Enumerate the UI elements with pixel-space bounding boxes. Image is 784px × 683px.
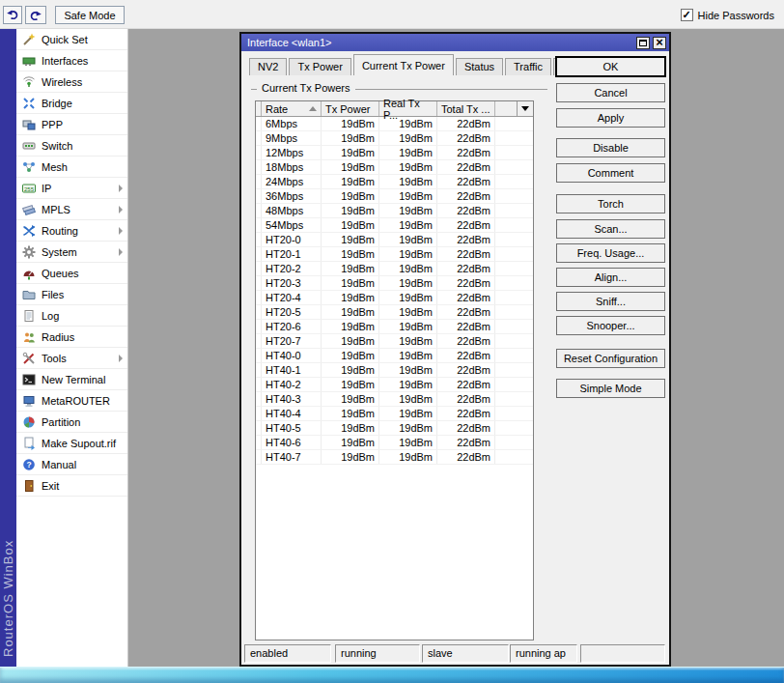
- sidebar-item-ip[interactable]: 255IP: [16, 178, 127, 199]
- cell-rate: HT20-7: [262, 334, 322, 348]
- column-header-total-tx[interactable]: Total Tx ...: [437, 101, 495, 116]
- column-header-tx-power[interactable]: Tx Power: [322, 101, 379, 116]
- align-button[interactable]: Align...: [556, 268, 665, 287]
- table-row[interactable]: HT20-219dBm19dBm22dBm: [256, 262, 533, 276]
- simple-mode-button[interactable]: Simple Mode: [556, 379, 665, 398]
- cell-total-tx-power: 22dBm: [437, 160, 495, 174]
- freq-usage-button[interactable]: Freq. Usage...: [556, 243, 665, 263]
- status-segment-running-ap: running ap: [510, 644, 577, 663]
- sidebar-item-radius[interactable]: Radius: [16, 327, 127, 348]
- table-row[interactable]: HT40-619dBm19dBm22dBm: [256, 436, 533, 450]
- sidebar-item-label: Exit: [42, 480, 123, 492]
- tab-traffic[interactable]: Traffic: [505, 58, 551, 75]
- table-row[interactable]: 36Mbps19dBm19dBm22dBm: [256, 189, 533, 204]
- sidebar-item-files[interactable]: Files: [16, 284, 127, 305]
- sidebar-item-mesh[interactable]: Mesh: [16, 157, 127, 178]
- maximize-button[interactable]: [636, 37, 650, 49]
- sidebar-item-mpls[interactable]: MPLS: [16, 199, 127, 220]
- cell-tx-power: 19dBm: [322, 334, 379, 348]
- cell-total-tx-power: 22dBm: [437, 189, 495, 203]
- cancel-button[interactable]: Cancel: [556, 83, 665, 102]
- sidebar-item-exit[interactable]: Exit: [16, 475, 127, 497]
- tab-nv2[interactable]: NV2: [249, 58, 287, 75]
- table-row[interactable]: HT20-619dBm19dBm22dBm: [256, 320, 533, 334]
- table-row[interactable]: HT20-719dBm19dBm22dBm: [256, 334, 533, 349]
- table-row[interactable]: HT40-019dBm19dBm22dBm: [256, 349, 533, 363]
- scan-button[interactable]: Scan...: [556, 219, 665, 239]
- svg-text:255: 255: [24, 185, 35, 191]
- table-row[interactable]: 12Mbps19dBm19dBm22dBm: [256, 146, 533, 160]
- disable-button[interactable]: Disable: [556, 138, 665, 157]
- dialog-titlebar[interactable]: Interface <wlan1>: [241, 34, 669, 51]
- cell-real-tx-power: 19dBm: [379, 247, 437, 261]
- table-row[interactable]: HT20-319dBm19dBm22dBm: [256, 276, 533, 291]
- sidebar-item-quick-set[interactable]: Quick Set: [16, 29, 127, 50]
- svg-text:?: ?: [26, 460, 31, 470]
- sidebar-item-log[interactable]: Log: [16, 305, 127, 327]
- cell-tx-power: 19dBm: [322, 146, 379, 159]
- comment-button[interactable]: Comment: [556, 163, 665, 183]
- cell-real-tx-power: 19dBm: [379, 334, 437, 348]
- torch-button[interactable]: Torch: [556, 194, 665, 213]
- table-row[interactable]: HT40-219dBm19dBm22dBm: [256, 378, 533, 392]
- cell-total-tx-power: 22dBm: [437, 117, 495, 130]
- snooper-button[interactable]: Snooper...: [556, 316, 665, 335]
- table-row[interactable]: 24Mbps19dBm19dBm22dBm: [256, 175, 533, 189]
- sidebar-item-label: PPP: [42, 119, 123, 130]
- sidebar-item-new-terminal[interactable]: New Terminal: [16, 369, 127, 390]
- cell-real-tx-power: 19dBm: [379, 160, 437, 174]
- sidebar-item-routing[interactable]: Routing: [16, 220, 127, 242]
- undo-button[interactable]: [3, 6, 22, 24]
- sidebar-item-metarouter[interactable]: MetaROUTER: [16, 390, 127, 412]
- cell-total-tx-power: 22dBm: [437, 334, 495, 348]
- table-row[interactable]: 6Mbps19dBm19dBm22dBm: [256, 117, 533, 131]
- table-row[interactable]: HT20-119dBm19dBm22dBm: [256, 247, 533, 262]
- table-row[interactable]: HT40-119dBm19dBm22dBm: [256, 363, 533, 378]
- column-header-rate[interactable]: Rate: [262, 101, 322, 116]
- sidebar-item-bridge[interactable]: Bridge: [16, 93, 127, 114]
- hide-passwords-checkbox[interactable]: [681, 9, 693, 21]
- table-row[interactable]: HT40-319dBm19dBm22dBm: [256, 392, 533, 407]
- sidebar-item-make-supout-rif[interactable]: Make Supout.rif: [16, 433, 127, 454]
- sniff-button[interactable]: Sniff...: [556, 292, 665, 311]
- table-row[interactable]: 18Mbps19dBm19dBm22dBm: [256, 160, 533, 175]
- sidebar-item-switch[interactable]: Switch: [16, 135, 127, 157]
- tab-tx-power[interactable]: Tx Power: [289, 58, 350, 75]
- sidebar-item-interfaces[interactable]: Interfaces: [16, 50, 127, 71]
- redo-button[interactable]: [25, 6, 46, 24]
- table-row[interactable]: HT40-419dBm19dBm22dBm: [256, 407, 533, 421]
- sidebar-item-manual[interactable]: ?Manual: [16, 454, 127, 475]
- cell-rate: HT20-0: [262, 233, 322, 246]
- apply-button[interactable]: Apply: [556, 108, 665, 128]
- safe-mode-button[interactable]: Safe Mode: [55, 6, 125, 24]
- sidebar-item-wireless[interactable]: Wireless: [16, 71, 127, 93]
- cell-total-tx-power: 22dBm: [437, 247, 495, 261]
- cell-tx-power: 19dBm: [322, 291, 379, 304]
- cell-total-tx-power: 22dBm: [437, 436, 495, 449]
- top-toolbar: Safe Mode Hide Passwords: [0, 0, 784, 29]
- close-button[interactable]: [653, 37, 666, 49]
- table-row[interactable]: HT20-019dBm19dBm22dBm: [256, 233, 533, 247]
- table-row[interactable]: HT40-519dBm19dBm22dBm: [256, 421, 533, 436]
- table-row[interactable]: 48Mbps19dBm19dBm22dBm: [256, 204, 533, 218]
- table-row[interactable]: 54Mbps19dBm19dBm22dBm: [256, 218, 533, 233]
- table-row[interactable]: 9Mbps19dBm19dBm22dBm: [256, 131, 533, 146]
- tab-current-tx-power[interactable]: Current Tx Power: [353, 54, 454, 75]
- sidebar-item-ppp[interactable]: PPP: [16, 114, 127, 135]
- table-row[interactable]: HT40-719dBm19dBm22dBm: [256, 450, 533, 465]
- cell-tx-power: 19dBm: [322, 363, 379, 377]
- column-header-real-tx-p[interactable]: Real Tx P...: [379, 101, 437, 116]
- sidebar-item-partition[interactable]: Partition: [16, 412, 127, 433]
- reset-configuration-button[interactable]: Reset Configuration: [556, 349, 665, 368]
- sidebar-item-queues[interactable]: Queues: [16, 263, 127, 284]
- ip-icon: 255: [22, 182, 36, 195]
- ok-button[interactable]: OK: [555, 56, 666, 77]
- column-dropdown-button[interactable]: [517, 101, 533, 116]
- table-row[interactable]: HT20-419dBm19dBm22dBm: [256, 291, 533, 305]
- tab-status[interactable]: Status: [456, 58, 503, 75]
- sidebar-item-label: MetaROUTER: [42, 395, 123, 407]
- ppp-icon: [22, 118, 36, 131]
- sidebar-item-tools[interactable]: Tools: [16, 348, 127, 369]
- sidebar-item-system[interactable]: System: [16, 242, 127, 263]
- table-row[interactable]: HT20-519dBm19dBm22dBm: [256, 305, 533, 320]
